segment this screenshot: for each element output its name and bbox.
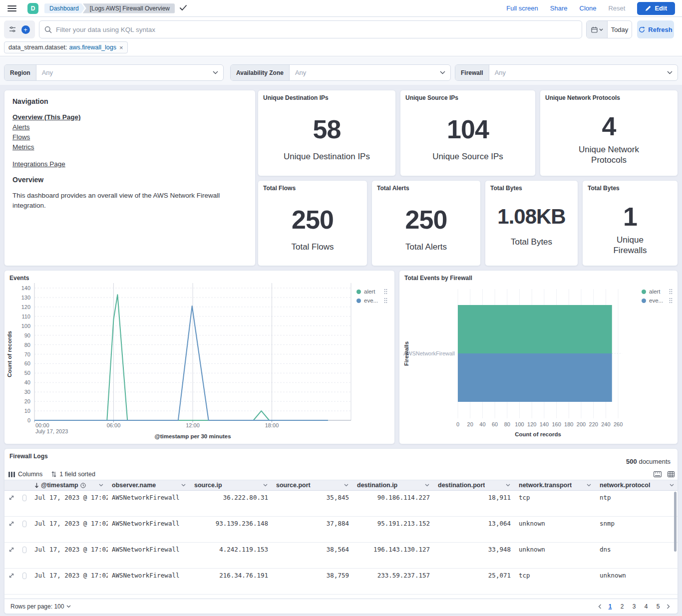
filter-settings-icon[interactable] <box>9 26 16 32</box>
share-button[interactable]: Share <box>550 4 568 12</box>
cell-sourceip[interactable]: 93.139.236.148 <box>190 517 272 542</box>
page-4[interactable]: 4 <box>641 602 651 612</box>
region-dropdown[interactable]: Region Any <box>4 64 224 81</box>
cell-destinationip[interactable]: 90.186.114.227 <box>353 491 434 516</box>
legend-actions-icon[interactable] <box>669 289 673 295</box>
cell-sourceport[interactable]: 35,845 <box>272 491 353 516</box>
avatar[interactable]: D <box>27 3 38 14</box>
display-options-icon[interactable] <box>654 471 662 477</box>
cell-timestamp[interactable]: Jul 17, 2023 @ 17:02:17.328 <box>30 543 108 568</box>
cell-observername[interactable]: AWSNetworkFirewall <box>108 491 190 516</box>
select-row-checkbox[interactable] <box>18 491 30 516</box>
expand-row-button[interactable] <box>4 569 18 594</box>
full-screen-button[interactable]: Full screen <box>506 4 538 12</box>
cell-networktransport[interactable]: tcp <box>515 569 596 594</box>
column-header-networkprotocol[interactable]: network.protocol <box>596 480 678 490</box>
date-range-label[interactable]: Today <box>608 21 632 38</box>
legend-item-alert[interactable]: alert <box>642 289 673 295</box>
page-1[interactable]: 1 <box>605 602 615 612</box>
edit-button[interactable]: Edit <box>637 2 675 15</box>
breadcrumb-root[interactable]: Dashboard <box>44 3 85 13</box>
clone-button[interactable]: Clone <box>580 4 597 12</box>
page-3[interactable]: 3 <box>629 602 639 612</box>
add-filter-button[interactable]: + <box>21 25 30 34</box>
cell-sourceport[interactable]: 37,884 <box>272 517 353 542</box>
availability-zone-dropdown[interactable]: Availability Zone Any <box>230 64 451 81</box>
select-row-checkbox[interactable] <box>18 517 30 542</box>
firewall-dropdown[interactable]: Firewall Any <box>455 64 678 81</box>
navigation-title: Navigation <box>12 97 247 105</box>
legend-item-alert[interactable]: alert <box>356 289 387 295</box>
expand-row-button[interactable] <box>4 491 18 516</box>
sort-desc-icon <box>34 483 39 488</box>
column-header-sourceip[interactable]: source.ip <box>190 480 272 490</box>
nav-link-alerts[interactable]: Alerts <box>12 123 30 131</box>
page-5[interactable]: 5 <box>653 602 663 612</box>
legend-item-eve[interactable]: eve... <box>356 298 387 304</box>
select-row-checkbox[interactable] <box>18 543 30 568</box>
events-by-firewall-bar-chart[interactable]: 020406080100120140160180200220240260AWSN… <box>399 271 678 444</box>
events-line-chart[interactable]: 010203040506070809010011012013014000:00J… <box>4 271 394 444</box>
next-page-button[interactable] <box>665 604 672 609</box>
svg-text:120: 120 <box>21 304 30 310</box>
cell-sourceport[interactable]: 38,759 <box>272 569 353 594</box>
cell-observername[interactable]: AWSNetworkFirewall <box>108 517 190 542</box>
legend-actions-icon[interactable] <box>384 298 387 304</box>
nav-link-overview[interactable]: Overview (This Page) <box>12 113 81 121</box>
cell-sourceip[interactable]: 36.222.80.31 <box>190 491 272 516</box>
cell-destinationport[interactable]: 33,948 <box>434 543 515 568</box>
cell-networktransport[interactable]: unknown <box>515 543 596 568</box>
expand-row-button[interactable] <box>4 543 18 568</box>
nav-link-flows[interactable]: Flows <box>12 133 30 141</box>
cell-destinationip[interactable]: 196.143.130.127 <box>353 543 434 568</box>
filter-pill[interactable]: data_stream.dataset: aws.firewall_logs × <box>4 41 128 53</box>
kql-search-input[interactable] <box>56 26 577 33</box>
cell-destinationip[interactable]: 233.59.237.157 <box>353 569 434 594</box>
column-header-sourceport[interactable]: source.port <box>272 480 353 490</box>
cell-networktransport[interactable]: tcp <box>515 491 596 516</box>
cell-destinationport[interactable]: 13,064 <box>434 517 515 542</box>
cell-timestamp[interactable]: Jul 17, 2023 @ 17:02:08.328 <box>30 569 108 594</box>
page-2[interactable]: 2 <box>617 602 627 612</box>
legend-item-eve[interactable]: eve... <box>642 298 673 304</box>
remove-filter-icon[interactable]: × <box>119 44 123 51</box>
column-header-destinationip[interactable]: destination.ip <box>353 480 434 490</box>
column-header-destinationport[interactable]: destination.port <box>434 480 515 490</box>
legend-actions-icon[interactable] <box>384 289 387 295</box>
metric-total-alerts: Total Alerts 250 Total Alerts <box>371 180 481 266</box>
refresh-button[interactable]: Refresh <box>637 20 674 38</box>
grid-view-icon[interactable] <box>668 471 675 477</box>
cell-networkprotocol[interactable]: dns <box>596 543 678 568</box>
nav-link-integrations[interactable]: Integrations Page <box>12 160 65 168</box>
column-header-timestamp[interactable]: @timestamp <box>30 480 108 490</box>
cell-sourceport[interactable]: 38,564 <box>272 543 353 568</box>
cell-networkprotocol[interactable]: ntp <box>596 491 678 516</box>
cell-networktransport[interactable]: unknown <box>515 517 596 542</box>
column-header-networktransport[interactable]: network.transport <box>515 480 596 490</box>
svg-text:110: 110 <box>21 313 30 319</box>
cell-timestamp[interactable]: Jul 17, 2023 @ 17:02:24.328 <box>30 517 108 542</box>
legend-actions-icon[interactable] <box>669 298 673 304</box>
cell-destinationport[interactable]: 25,071 <box>434 569 515 594</box>
cell-networkprotocol[interactable]: unknown <box>596 569 678 594</box>
column-header-observername[interactable]: observer.name <box>108 480 190 490</box>
columns-button[interactable]: Columns <box>8 471 42 478</box>
nav-link-metrics[interactable]: Metrics <box>12 143 34 151</box>
cell-observername[interactable]: AWSNetworkFirewall <box>108 569 190 594</box>
cell-destinationport[interactable]: 18,911 <box>434 491 515 516</box>
expand-row-button[interactable] <box>4 517 18 542</box>
table-scrollbar[interactable] <box>674 492 677 552</box>
previous-page-button[interactable] <box>597 604 603 609</box>
rows-per-page-selector[interactable]: Rows per page: 100 <box>10 603 71 610</box>
cell-sourceip[interactable]: 4.242.119.153 <box>190 543 272 568</box>
cell-networkprotocol[interactable]: snmp <box>596 517 678 542</box>
select-row-checkbox[interactable] <box>18 569 30 594</box>
cell-timestamp[interactable]: Jul 17, 2023 @ 17:02:27.328 <box>30 491 108 516</box>
sort-fields-button[interactable]: 1 field sorted <box>51 471 95 478</box>
cell-destinationip[interactable]: 95.191.213.152 <box>353 517 434 542</box>
cell-observername[interactable]: AWSNetworkFirewall <box>108 543 190 568</box>
calendar-menu-button[interactable] <box>587 21 608 38</box>
reset-button[interactable]: Reset <box>608 4 625 12</box>
cell-sourceip[interactable]: 216.34.76.191 <box>190 569 272 594</box>
menu-icon[interactable] <box>7 5 16 11</box>
